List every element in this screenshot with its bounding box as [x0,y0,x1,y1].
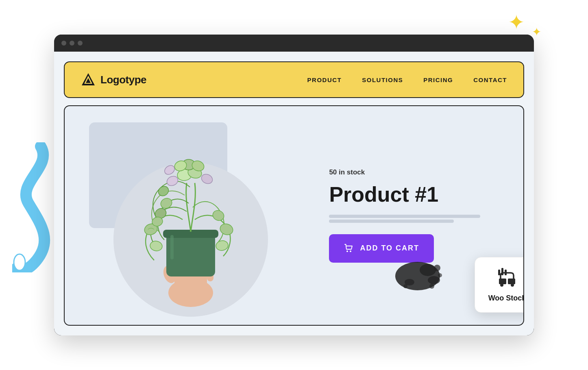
desc-line-1 [329,215,480,218]
svg-point-37 [428,276,440,284]
add-to-cart-button[interactable]: ADD TO CART [329,234,434,263]
svg-point-41 [429,284,434,289]
svg-point-19 [149,240,163,252]
product-description-lines [329,213,507,224]
nav-pricing[interactable]: PRICING [423,76,453,83]
woo-stock-badge[interactable]: Woo Stock [475,257,524,313]
woo-stock-label: Woo Stock [488,294,524,303]
svg-rect-45 [499,279,506,284]
svg-point-36 [420,264,436,276]
svg-point-39 [434,265,440,271]
sparkle-small-icon: ✦ [532,26,541,38]
logo-icon [81,72,96,87]
add-to-cart-label: ADD TO CART [360,244,419,252]
svg-point-43 [346,250,348,252]
svg-rect-51 [505,270,507,275]
logo-text: Logotype [100,74,146,86]
svg-point-42 [403,284,407,288]
product-info-panel: 50 in stock Product #1 [317,106,523,325]
product-section: 50 in stock Product #1 [64,105,524,326]
squiggle-decoration [12,142,53,272]
woo-stock-icon [496,267,518,290]
svg-rect-46 [508,279,515,284]
product-title: Product #1 [329,183,507,206]
browser-window: Logotype PRODUCT SOLUTIONS PRICING CONTA… [54,35,534,335]
desc-line-2 [329,220,453,223]
svg-point-25 [157,185,170,198]
cart-icon [344,243,354,254]
svg-point-0 [14,254,25,270]
svg-rect-17 [170,235,174,259]
nav-solutions[interactable]: SOLUTIONS [362,76,403,83]
browser-dot-1 [61,41,66,46]
svg-rect-50 [501,268,503,275]
svg-point-47 [500,283,503,287]
svg-point-40 [438,273,442,277]
plant-svg [126,122,256,309]
nav-product[interactable]: PRODUCT [307,76,342,83]
svg-point-44 [350,250,351,252]
svg-point-34 [163,163,176,176]
stock-count: 50 in stock [329,168,507,176]
svg-rect-49 [498,270,500,275]
sparkle-large-icon: ✦ [508,12,525,33]
svg-point-22 [219,222,235,236]
ink-splatter-decoration [393,260,442,292]
logo-container[interactable]: Logotype [81,72,146,87]
browser-content: Logotype PRODUCT SOLUTIONS PRICING CONTA… [54,52,534,335]
browser-chrome [54,35,534,52]
browser-dot-3 [78,41,83,46]
nav-contact[interactable]: CONTACT [473,76,507,83]
plant-image [126,122,256,309]
svg-point-23 [215,240,229,252]
nav-links: PRODUCT SOLUTIONS PRICING CONTACT [307,76,507,83]
product-image-panel [65,106,317,325]
svg-point-48 [511,283,514,287]
navbar: Logotype PRODUCT SOLUTIONS PRICING CONTA… [64,61,524,98]
browser-dot-2 [70,41,74,46]
svg-point-33 [200,172,214,185]
